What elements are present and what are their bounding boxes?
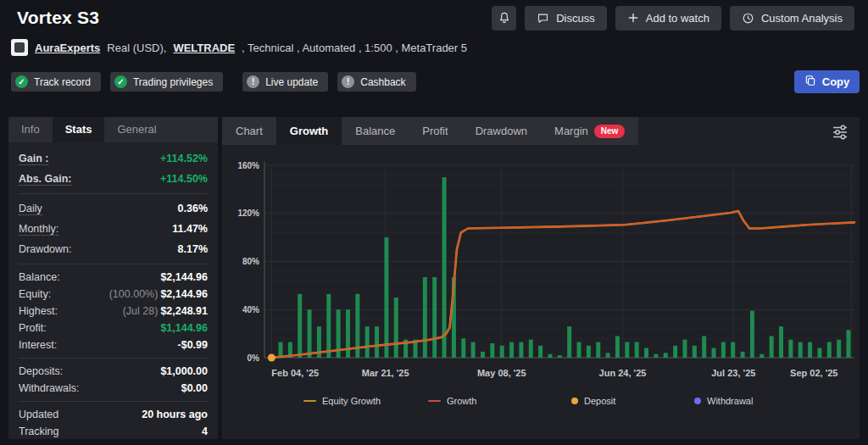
live-update-badge[interactable]: ! Live update [242,72,328,92]
svg-text:0%: 0% [248,353,260,363]
growth-chart[interactable]: 0%40%80%120%160%Feb 04, '25Mar 21, '25Ma… [222,151,860,392]
profit-value: $1,144.96 [160,322,208,334]
svg-text:40%: 40% [242,305,259,314]
aura-experts-avatar [11,39,28,56]
highest-value: (Jul 28)$2,248.91 [123,305,208,317]
deposit-swatch [571,398,578,404]
account-info-part2: , Technical , Automated , 1:500 , MetaTr… [242,42,467,54]
equity-value: (100.00%)$2,144.96 [109,288,208,300]
check-icon: ✓ [114,75,127,88]
deposits-label: Deposits: [19,365,63,377]
custom-analysis-button[interactable]: Custom Analysis [730,6,854,31]
track-record-label: Track record [34,76,91,88]
author-link[interactable]: AuraExperts [35,42,100,54]
add-to-watch-label: Add to watch [646,12,709,25]
abs-gain-value: +114.50% [160,173,208,185]
divider [19,401,208,402]
interest-label: Interest: [19,339,57,351]
equity-growth-swatch [303,400,316,402]
withdrawals-label: Withdrawals: [19,382,80,394]
cashback-badge[interactable]: ! Cashback [337,72,415,92]
stat-row-interest: Interest: -$0.99 [19,337,208,353]
tab-chart[interactable]: Chart [222,117,276,145]
sliders-icon [831,131,849,144]
broker-link[interactable]: WELTRADE [173,42,235,54]
equity-label: Equity: [19,288,51,300]
stat-row-highest: Highest: (Jul 28)$2,248.91 [19,303,208,320]
copy-button[interactable]: Copy [794,70,860,93]
exclamation-icon: ! [342,75,354,88]
gain-label[interactable]: Gain : [19,153,48,165]
discuss-button[interactable]: Discuss [525,6,607,31]
balance-label: Balance: [19,271,60,283]
add-to-watch-button[interactable]: Add to watch [615,6,721,31]
divider [19,193,208,194]
abs-gain-label[interactable]: Abs. Gain: [19,173,72,186]
drawdown-value: 8.17% [178,243,208,255]
track-record-badge[interactable]: ✓ Track record [11,72,101,92]
chart-legend: Equity Growth Growth Deposit Withdrawal [222,396,860,409]
legend-deposit[interactable]: Deposit [571,396,615,406]
cashback-label: Cashback [360,76,405,88]
legend-withdrawal[interactable]: Withdrawal [694,396,753,406]
updated-value: 20 hours ago [142,409,208,420]
updated-label: Updated [19,409,58,420]
tab-general[interactable]: General [104,117,169,142]
divider [19,264,208,264]
check-icon: ✓ [15,75,28,88]
tracking-label: Tracking [19,426,58,437]
stat-row-tracking: Tracking 4 [19,423,208,440]
daily-value: 0.36% [178,203,208,214]
stat-row-profit: Profit: $1,144.96 [19,320,208,337]
stats-body: Gain : +114.52% Abs. Gain: +114.50% Dail… [8,142,218,440]
highest-label: Highest: [19,305,58,317]
stat-row-updated: Updated 20 hours ago [19,406,208,423]
monthly-label[interactable]: Monthly: [19,223,58,236]
notifications-button[interactable] [492,6,516,31]
copy-label: Copy [822,75,850,88]
exclamation-icon: ! [247,75,259,88]
discuss-label: Discuss [556,12,595,25]
stat-row-daily: Daily 0.36% [19,198,208,219]
tab-margin[interactable]: Margin New [541,117,638,145]
tracking-value: 4 [202,426,208,437]
stat-row-equity: Equity: (100.00%)$2,144.96 [19,286,208,303]
trading-privileges-badge[interactable]: ✓ Trading privileges [110,72,223,92]
speech-bubble-icon [537,12,549,25]
legend-equity-growth[interactable]: Equity Growth [303,396,381,406]
legend-growth[interactable]: Growth [428,396,476,406]
account-info-part1: Real (USD), [107,42,166,54]
stat-row-deposits: Deposits: $1,000.00 [19,363,208,380]
margin-tab-label: Margin [554,117,588,145]
gain-value: +114.52% [160,153,208,164]
stat-row-drawdown: Drawdown: 8.17% [19,239,208,259]
stat-row-balance: Balance: $2,144.96 [19,269,208,286]
drawdown-label: Drawdown: [19,243,72,255]
tab-growth[interactable]: Growth [276,117,342,145]
tab-profit[interactable]: Profit [409,117,461,145]
deposits-value: $1,000.00 [160,365,208,377]
monthly-value: 11.47% [172,223,208,235]
svg-text:Jul 23, '25: Jul 23, '25 [711,368,755,378]
clock-icon [742,12,754,25]
bell-icon [498,11,511,25]
svg-text:Sep 02, '25: Sep 02, '25 [790,368,837,378]
stat-row-abs-gain: Abs. Gain: +114.50% [19,169,208,189]
new-badge: New [594,125,626,138]
tab-stats[interactable]: Stats [53,117,105,142]
trading-privileges-label: Trading privileges [133,76,213,88]
svg-text:May 08, '25: May 08, '25 [477,368,526,378]
svg-text:80%: 80% [242,257,259,266]
svg-text:Jun 24, '25: Jun 24, '25 [599,368,647,378]
svg-text:160%: 160% [237,161,259,170]
stat-row-withdrawals: Withdrawals: $0.00 [19,380,208,397]
daily-label[interactable]: Daily [19,203,42,215]
tab-info[interactable]: Info [8,117,53,142]
chart-settings-button[interactable] [831,123,849,142]
tab-drawdown[interactable]: Drawdown [462,117,541,145]
tab-balance[interactable]: Balance [342,117,409,145]
profit-label: Profit: [19,322,47,334]
withdrawal-swatch [694,398,701,404]
svg-text:Feb 04, '25: Feb 04, '25 [271,368,319,378]
live-update-label: Live update [265,76,318,88]
